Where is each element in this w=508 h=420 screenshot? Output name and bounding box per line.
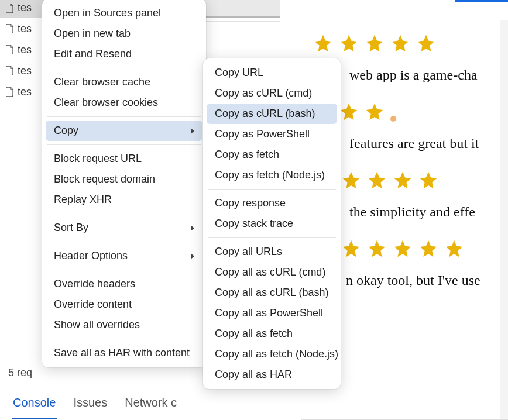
menu-override-content[interactable]: Override content [46, 294, 202, 315]
tab-issues[interactable]: Issues [73, 396, 107, 409]
copy-submenu: Copy URL Copy as cURL (cmd) Copy as cURL… [203, 58, 341, 389]
menu-override-headers[interactable]: Override headers [46, 274, 202, 294]
menu-sort-by[interactable]: Sort By [46, 218, 202, 238]
menu-label: Copy as cURL (cmd) [215, 87, 312, 99]
star-icon [339, 33, 359, 53]
menu-copy-all-fetch[interactable]: Copy all as fetch [207, 323, 337, 344]
menu-copy-all-powershell[interactable]: Copy all as PowerShell [207, 303, 337, 323]
menu-separator [47, 339, 201, 339]
menu-label: Header Options [54, 250, 128, 262]
menu-copy[interactable]: Copy [46, 121, 202, 141]
menu-label: Copy all as HAR [215, 369, 292, 381]
menu-replay-xhr[interactable]: Replay XHR [46, 190, 202, 210]
star-rating [313, 33, 508, 53]
network-request-row[interactable]: tes [0, 60, 47, 81]
menu-separator [47, 144, 201, 145]
menu-clear-cookies[interactable]: Clear browser cookies [46, 92, 202, 113]
menu-separator [47, 68, 201, 68]
network-request-row[interactable]: tes [0, 39, 47, 60]
network-request-row[interactable]: tes [0, 18, 47, 39]
menu-label: Override content [54, 298, 132, 311]
tab-console[interactable]: Console [13, 396, 56, 409]
menu-save-har[interactable]: Save all as HAR with content [46, 343, 202, 363]
menu-label: Save all as HAR with content [54, 347, 190, 359]
menu-label: Sort By [54, 222, 88, 234]
chevron-right-icon [191, 253, 194, 259]
star-icon [341, 170, 361, 190]
star-icon [393, 239, 413, 259]
menu-label: Copy stack trace [215, 218, 293, 230]
menu-separator [47, 270, 201, 270]
menu-copy-powershell[interactable]: Copy as PowerShell [207, 124, 337, 144]
review-text: n okay tool, but I've use [313, 273, 508, 288]
menu-copy-all-curl-bash[interactable]: Copy all as cURL (bash) [207, 283, 337, 303]
menu-label: Block request URL [54, 153, 142, 165]
network-request-row[interactable]: tes [0, 81, 47, 102]
menu-copy-all-urls[interactable]: Copy all URLs [207, 242, 337, 262]
menu-separator [47, 116, 201, 117]
menu-label: Copy all as cURL (cmd) [215, 266, 325, 278]
menu-header-options[interactable]: Header Options [46, 246, 202, 266]
request-count: 5 req [8, 367, 32, 378]
menu-show-overrides[interactable]: Show all overrides [46, 315, 202, 335]
request-name: tes [18, 65, 32, 77]
review-block: the simplicity and effe [313, 170, 508, 220]
menu-label: Copy all as fetch [215, 328, 293, 340]
star-icon [418, 239, 438, 259]
star-icon [367, 239, 387, 259]
menu-label: Copy response [215, 197, 286, 209]
star-icon [390, 33, 410, 53]
menu-open-sources[interactable]: Open in Sources panel [46, 3, 202, 23]
menu-label: Copy as fetch [215, 149, 279, 161]
menu-copy-response[interactable]: Copy response [207, 193, 337, 214]
menu-label: Copy as PowerShell [215, 128, 310, 140]
review-text: the simplicity and effe [313, 204, 508, 220]
menu-label: Replay XHR [54, 194, 112, 206]
star-icon [313, 33, 333, 53]
tab-network-conditions[interactable]: Network c [125, 396, 177, 409]
menu-separator [47, 242, 201, 242]
star-icon-partial [390, 116, 396, 122]
file-icon [6, 45, 14, 54]
menu-copy-curl-cmd[interactable]: Copy as cURL (cmd) [207, 83, 337, 104]
file-icon [6, 24, 14, 33]
star-icon [393, 170, 413, 190]
menu-label: Copy all as PowerShell [215, 307, 323, 319]
request-name: tes [18, 86, 32, 98]
menu-label: Open in Sources panel [54, 7, 161, 19]
file-icon [6, 4, 14, 13]
menu-block-domain[interactable]: Block request domain [46, 169, 202, 190]
menu-label: Copy as fetch (Node.js) [215, 169, 325, 181]
menu-copy-curl-bash[interactable]: Copy as cURL (bash) [207, 104, 337, 124]
menu-separator [47, 214, 201, 214]
menu-copy-all-curl-cmd[interactable]: Copy all as cURL (cmd) [207, 262, 337, 283]
menu-label: Copy URL [215, 67, 263, 79]
file-icon [6, 87, 14, 97]
menu-copy-stack[interactable]: Copy stack trace [207, 214, 337, 234]
star-icon [367, 170, 387, 190]
menu-edit-resend[interactable]: Edit and Resend [46, 44, 202, 64]
menu-copy-fetch[interactable]: Copy as fetch [207, 144, 337, 165]
star-rating [313, 239, 508, 259]
star-icon [416, 33, 436, 53]
accent-bar [455, 0, 508, 2]
menu-label: Block request domain [54, 173, 155, 185]
menu-label: Copy as cURL (bash) [215, 108, 315, 120]
menu-clear-cache[interactable]: Clear browser cache [46, 72, 202, 92]
star-icon [339, 102, 359, 122]
network-request-row[interactable]: tes [0, 0, 47, 18]
review-block: n okay tool, but I've use [313, 239, 508, 288]
menu-copy-all-har[interactable]: Copy all as HAR [207, 364, 337, 385]
menu-block-url[interactable]: Block request URL [46, 149, 202, 169]
menu-label: Override headers [54, 278, 135, 290]
menu-copy-fetch-node[interactable]: Copy as fetch (Node.js) [207, 165, 337, 185]
star-icon [365, 33, 385, 53]
menu-label: Copy all as cURL (bash) [215, 287, 328, 299]
menu-open-new-tab[interactable]: Open in new tab [46, 23, 202, 44]
menu-copy-all-fetch-node[interactable]: Copy all as fetch (Node.js) [207, 344, 337, 364]
menu-copy-url[interactable]: Copy URL [207, 63, 337, 83]
review-text: web app is a game-cha [313, 67, 508, 83]
request-name: tes [18, 23, 32, 35]
request-name: tes [18, 44, 32, 56]
star-icon [418, 170, 438, 190]
